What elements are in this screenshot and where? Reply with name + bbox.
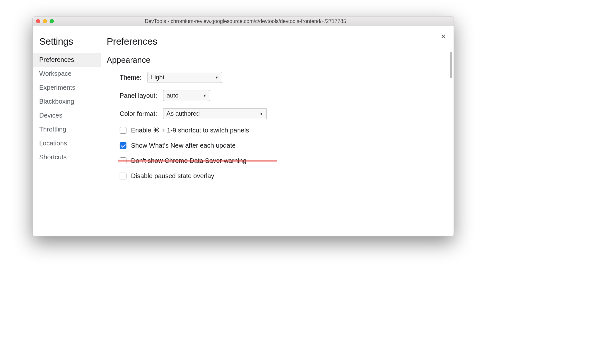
sidebar-title: Settings (33, 33, 101, 50)
panel-layout-row: Panel layout: auto ▼ (107, 90, 444, 101)
window-close-icon[interactable] (36, 19, 40, 23)
theme-value: Light (151, 74, 164, 81)
sidebar-item-blackboxing[interactable]: Blackboxing (33, 95, 101, 108)
chevron-down-icon: ▼ (260, 112, 263, 116)
color-format-row: Color format: As authored ▼ (107, 108, 444, 119)
main-panel: Preferences Appearance Theme: Light ▼ Pa… (101, 26, 454, 236)
theme-select[interactable]: Light ▼ (148, 72, 222, 83)
strikethrough-annotation (118, 160, 277, 161)
overlay-checkbox-row[interactable]: Disable paused state overlay (107, 172, 444, 180)
whatsnew-checkbox[interactable] (120, 142, 126, 149)
chevron-down-icon: ▼ (215, 75, 219, 79)
page-title: Preferences (107, 33, 444, 47)
theme-label: Theme: (120, 74, 142, 81)
color-format-select[interactable]: As authored ▼ (163, 108, 267, 119)
content: × Settings Preferences Workspace Experim… (33, 26, 454, 236)
color-format-value: As authored (167, 110, 200, 117)
datasaver-checkbox-row[interactable]: Don't show Chrome Data Saver warning (107, 157, 444, 165)
panel-layout-select[interactable]: auto ▼ (163, 90, 210, 101)
whatsnew-checkbox-row[interactable]: Show What's New after each update (107, 142, 444, 149)
chevron-down-icon: ▼ (203, 94, 207, 97)
sidebar: Settings Preferences Workspace Experimen… (33, 26, 101, 236)
sidebar-item-devices[interactable]: Devices (33, 108, 101, 122)
scrollbar-thumb[interactable] (450, 52, 452, 78)
sidebar-item-locations[interactable]: Locations (33, 136, 101, 150)
sidebar-item-preferences[interactable]: Preferences (33, 53, 101, 67)
sidebar-item-experiments[interactable]: Experiments (33, 81, 101, 95)
panel-layout-label: Panel layout: (120, 92, 157, 99)
section-title-appearance: Appearance (107, 55, 444, 65)
theme-row: Theme: Light ▼ (107, 72, 444, 83)
window-title: DevTools - chromium-review.googlesource.… (41, 18, 450, 24)
shortcut-checkbox-row[interactable]: Enable ⌘ + 1-9 shortcut to switch panels (107, 126, 444, 134)
sidebar-item-workspace[interactable]: Workspace (33, 67, 101, 81)
sidebar-item-shortcuts[interactable]: Shortcuts (33, 150, 101, 164)
panel-layout-value: auto (167, 92, 179, 99)
scrollbar[interactable] (450, 52, 453, 233)
shortcut-checkbox[interactable] (120, 127, 126, 134)
titlebar[interactable]: DevTools - chromium-review.googlesource.… (33, 17, 454, 26)
overlay-checkbox-label: Disable paused state overlay (131, 172, 214, 180)
sidebar-item-throttling[interactable]: Throttling (33, 122, 101, 136)
app-window: DevTools - chromium-review.googlesource.… (32, 16, 454, 236)
whatsnew-checkbox-label: Show What's New after each update (131, 142, 236, 149)
sidebar-nav: Preferences Workspace Experiments Blackb… (33, 53, 101, 164)
overlay-checkbox[interactable] (120, 173, 126, 179)
shortcut-checkbox-label: Enable ⌘ + 1-9 shortcut to switch panels (131, 126, 249, 134)
color-format-label: Color format: (120, 110, 157, 118)
